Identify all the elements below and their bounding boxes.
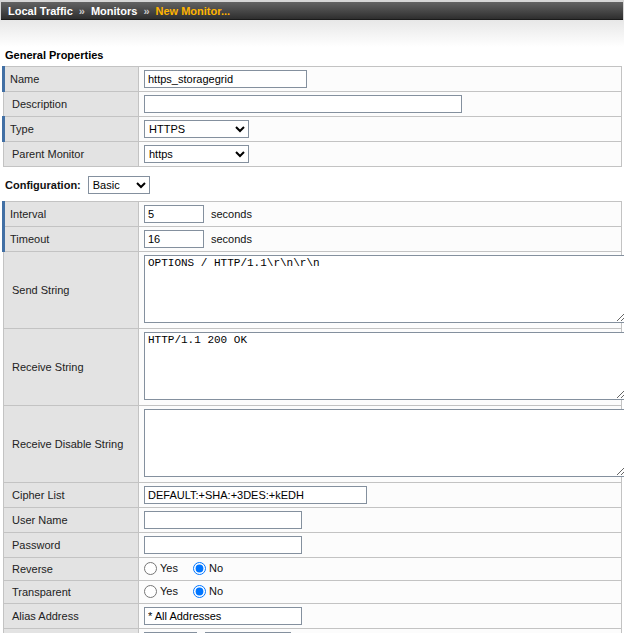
reverse-no-radio[interactable]	[193, 562, 206, 575]
name-label: Name	[4, 67, 139, 92]
type-select[interactable]: HTTPS	[144, 120, 249, 138]
configuration-header: Configuration: Basic	[0, 167, 624, 201]
cipher-list-input[interactable]	[144, 486, 367, 504]
receive-string-textarea[interactable]: HTTP/1.1 200 OK	[144, 332, 624, 400]
main-content: General Properties Name Description Type	[0, 20, 624, 633]
breadcrumb-separator-icon: »	[79, 5, 85, 17]
cipher-list-label: Cipher List	[4, 483, 139, 508]
alias-address-input[interactable]	[144, 607, 302, 625]
reverse-yes-option[interactable]: Yes	[144, 562, 178, 575]
parent-monitor-value-cell: https	[139, 142, 622, 167]
parent-monitor-row: Parent Monitor https	[4, 142, 622, 167]
breadcrumb: Local Traffic » Monitors » New Monitor..…	[1, 2, 623, 20]
cipher-list-value-cell	[139, 483, 622, 508]
breadcrumb-monitors[interactable]: Monitors	[91, 5, 137, 17]
content-top-spacer	[0, 20, 624, 47]
breadcrumb-separator-icon: »	[143, 5, 149, 17]
transparent-no-option[interactable]: No	[193, 585, 223, 598]
configuration-label: Configuration:	[5, 179, 81, 191]
timeout-unit-label: seconds	[211, 233, 252, 245]
name-row: Name	[4, 67, 622, 92]
user-name-input[interactable]	[144, 511, 302, 529]
breadcrumb-new-monitor: New Monitor...	[156, 5, 231, 17]
password-value-cell	[139, 533, 622, 558]
user-name-value-cell	[139, 508, 622, 533]
transparent-label: Transparent	[4, 581, 139, 604]
parent-monitor-label: Parent Monitor	[4, 142, 139, 167]
receive-string-value-cell: HTTP/1.1 200 OK	[139, 329, 622, 406]
alias-address-label: Alias Address	[4, 604, 139, 629]
description-label: Description	[4, 92, 139, 117]
interval-label: Interval	[4, 202, 139, 227]
alias-service-port-row: Alias Service Port * All Ports	[4, 629, 622, 633]
transparent-no-radio[interactable]	[193, 585, 206, 598]
reverse-no-label: No	[209, 562, 223, 574]
breadcrumb-local-traffic[interactable]: Local Traffic	[8, 5, 73, 17]
timeout-label: Timeout	[4, 227, 139, 252]
alias-address-row: Alias Address	[4, 604, 622, 629]
send-string-label: Send String	[4, 252, 139, 329]
transparent-yes-label: Yes	[160, 585, 178, 597]
password-row: Password	[4, 533, 622, 558]
transparent-no-label: No	[209, 585, 223, 597]
interval-value-cell: seconds	[139, 202, 622, 227]
configuration-mode-select[interactable]: Basic	[88, 176, 150, 194]
description-input[interactable]	[144, 95, 462, 113]
timeout-input[interactable]	[144, 230, 204, 248]
name-input[interactable]	[144, 70, 307, 88]
general-properties-title: General Properties	[0, 47, 624, 66]
password-input[interactable]	[144, 536, 302, 554]
receive-disable-string-row: Receive Disable String	[4, 406, 622, 483]
user-name-row: User Name	[4, 508, 622, 533]
transparent-row: Transparent Yes No	[4, 581, 622, 604]
name-value-cell	[139, 67, 622, 92]
user-name-label: User Name	[4, 508, 139, 533]
alias-address-value-cell	[139, 604, 622, 629]
alias-service-port-value-cell: * All Ports	[139, 629, 622, 633]
send-string-value-cell: OPTIONS / HTTP/1.1\r\n\r\n	[139, 252, 622, 329]
send-string-row: Send String OPTIONS / HTTP/1.1\r\n\r\n	[4, 252, 622, 329]
send-string-textarea[interactable]: OPTIONS / HTTP/1.1\r\n\r\n	[144, 255, 624, 323]
transparent-value-cell: Yes No	[139, 581, 622, 604]
transparent-yes-radio[interactable]	[144, 585, 157, 598]
general-properties-table: Name Description Type HTTPS	[2, 66, 622, 167]
receive-disable-string-textarea[interactable]	[144, 409, 624, 477]
parent-monitor-select[interactable]: https	[144, 145, 249, 163]
receive-disable-string-label: Receive Disable String	[4, 406, 139, 483]
reverse-value-cell: Yes No	[139, 558, 622, 581]
reverse-row: Reverse Yes No	[4, 558, 622, 581]
reverse-yes-radio[interactable]	[144, 562, 157, 575]
configuration-table: Interval seconds Timeout seconds Send St…	[2, 201, 622, 633]
type-label: Type	[4, 117, 139, 142]
reverse-yes-label: Yes	[160, 562, 178, 574]
receive-disable-string-value-cell	[139, 406, 622, 483]
reverse-label: Reverse	[4, 558, 139, 581]
description-value-cell	[139, 92, 622, 117]
interval-input[interactable]	[144, 205, 204, 223]
description-row: Description	[4, 92, 622, 117]
transparent-yes-option[interactable]: Yes	[144, 585, 178, 598]
receive-string-label: Receive String	[4, 329, 139, 406]
password-label: Password	[4, 533, 139, 558]
interval-unit-label: seconds	[211, 208, 252, 220]
monitor-new-page: Local Traffic » Monitors » New Monitor..…	[0, 0, 624, 633]
interval-row: Interval seconds	[4, 202, 622, 227]
alias-service-port-label: Alias Service Port	[4, 629, 139, 633]
cipher-list-row: Cipher List	[4, 483, 622, 508]
type-value-cell: HTTPS	[139, 117, 622, 142]
type-row: Type HTTPS	[4, 117, 622, 142]
timeout-value-cell: seconds	[139, 227, 622, 252]
reverse-no-option[interactable]: No	[193, 562, 223, 575]
receive-string-row: Receive String HTTP/1.1 200 OK	[4, 329, 622, 406]
timeout-row: Timeout seconds	[4, 227, 622, 252]
